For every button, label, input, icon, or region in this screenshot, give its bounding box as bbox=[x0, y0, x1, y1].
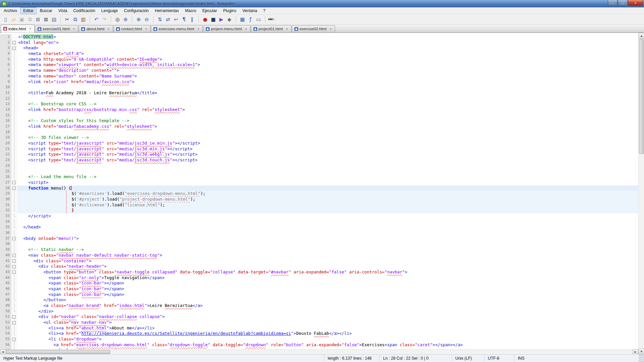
line-number[interactable]: 4 bbox=[0, 51, 11, 57]
code-text[interactable]: <span class="icon-bar"></span> bbox=[17, 280, 638, 286]
fold-collapse-icon[interactable]: - bbox=[11, 40, 17, 46]
new-file-icon[interactable]: ▯ bbox=[2, 15, 10, 23]
open-folder-icon[interactable]: ▱ bbox=[10, 15, 18, 23]
code-text[interactable] bbox=[17, 113, 638, 118]
paste-icon[interactable]: ▥ bbox=[79, 15, 87, 23]
spell-check-icon[interactable]: ABC✓ bbox=[268, 15, 276, 23]
code-text[interactable]: function menu() { bbox=[17, 186, 638, 191]
fold-minus-icon[interactable]: - bbox=[12, 47, 16, 50]
line-number[interactable]: 11 bbox=[0, 90, 11, 96]
line-number[interactable]: 38 bbox=[0, 241, 11, 247]
code-text[interactable]: <!DOCTYPE html> bbox=[17, 34, 638, 40]
line-number[interactable]: 30 bbox=[0, 197, 11, 202]
code-text[interactable]: <meta name="viewport" content="width=dev… bbox=[17, 62, 638, 68]
save-all-icon[interactable]: ⧉ bbox=[26, 15, 34, 23]
line-number[interactable]: 16 bbox=[0, 118, 11, 124]
code-text[interactable]: <span class="icon-bar"></span> bbox=[17, 292, 638, 298]
fold-collapse-icon[interactable]: - bbox=[11, 180, 17, 186]
zoom-in-icon[interactable]: ⊕ bbox=[135, 15, 143, 23]
code-text[interactable]: $('#exercises').load("exercises-dropdown… bbox=[17, 191, 638, 197]
code-text[interactable]: <title>Fab Academy 2018 - Leire Bereziar… bbox=[17, 90, 638, 96]
tab-close-icon[interactable]: ✕ bbox=[329, 27, 333, 31]
menu-buscar[interactable]: Buscar bbox=[37, 7, 55, 14]
tab-close-icon[interactable]: ✕ bbox=[285, 27, 289, 31]
cut-icon[interactable]: ✂ bbox=[63, 15, 71, 23]
line-number[interactable]: 35 bbox=[0, 224, 11, 230]
function-list-icon[interactable]: ƒ bbox=[246, 15, 255, 23]
menu-configuracin[interactable]: Configuración bbox=[121, 7, 152, 14]
tab-close-icon[interactable]: ✕ bbox=[144, 27, 148, 31]
line-number[interactable]: 8 bbox=[0, 73, 11, 79]
code-text[interactable]: <ul class="dropdown-menu"> bbox=[17, 348, 638, 350]
undo-icon[interactable]: ↶ bbox=[92, 15, 100, 23]
save-macro-icon[interactable]: ◆ bbox=[225, 15, 233, 23]
monitor-icon[interactable]: ▭ bbox=[255, 15, 263, 23]
code-text[interactable]: <link href="bootstrap/css/bootstrap.min.… bbox=[17, 107, 638, 113]
line-number[interactable]: 22 bbox=[0, 152, 11, 157]
line-number[interactable]: 3 bbox=[0, 45, 11, 51]
code-text[interactable]: <!-- 3D files viewer --> bbox=[17, 135, 638, 141]
horizontal-scroll-thumb[interactable] bbox=[6, 350, 110, 354]
code-text[interactable] bbox=[17, 169, 638, 174]
fold-minus-icon[interactable]: - bbox=[12, 259, 16, 263]
line-number[interactable]: 52 bbox=[0, 320, 11, 325]
close-all-icon[interactable]: ⊠ bbox=[42, 15, 50, 23]
tab-close-icon[interactable]: ✕ bbox=[197, 27, 200, 31]
menu-ejecutar[interactable]: Ejecutar bbox=[199, 7, 220, 14]
line-number[interactable]: 6 bbox=[0, 62, 11, 68]
fold-collapse-icon[interactable]: - bbox=[11, 186, 17, 191]
fold-collapse-icon[interactable]: - bbox=[11, 269, 17, 275]
line-number[interactable]: 13 bbox=[0, 101, 11, 107]
sync-vertical-icon[interactable]: ⇅ bbox=[156, 15, 164, 23]
line-number[interactable]: 17 bbox=[0, 124, 11, 130]
line-number[interactable]: 34 bbox=[0, 219, 11, 225]
scroll-up-icon[interactable]: ▲ bbox=[639, 33, 644, 39]
code-text[interactable]: <nav class="navbar navbar-default navbar… bbox=[17, 253, 638, 258]
horizontal-scroll-track[interactable] bbox=[6, 350, 633, 354]
line-number[interactable]: 15 bbox=[0, 113, 11, 118]
status-insert-mode[interactable]: INS bbox=[514, 355, 639, 362]
fold-minus-icon[interactable]: - bbox=[12, 270, 16, 274]
tab-about.html[interactable]: about.html✕ bbox=[79, 25, 113, 32]
line-number[interactable]: 23 bbox=[0, 157, 11, 163]
line-number[interactable]: 41 bbox=[0, 258, 11, 264]
status-encoding[interactable]: UTF-8 bbox=[484, 355, 514, 362]
fold-minus-icon[interactable]: - bbox=[12, 187, 16, 190]
line-number[interactable]: 31 bbox=[0, 202, 11, 208]
line-number[interactable]: 55 bbox=[0, 337, 11, 342]
line-number[interactable]: 46 bbox=[0, 286, 11, 292]
scroll-right-icon[interactable]: ▶ bbox=[633, 350, 638, 355]
line-number[interactable]: 40 bbox=[0, 253, 11, 258]
vertical-scroll-thumb[interactable] bbox=[639, 39, 644, 154]
horizontal-scrollbar[interactable]: ◀ ▶ bbox=[0, 349, 638, 354]
fold-minus-icon[interactable]: - bbox=[12, 237, 16, 240]
line-number[interactable]: 24 bbox=[0, 163, 11, 169]
menu-codificacin[interactable]: Codificación bbox=[70, 7, 98, 14]
code-text[interactable]: <meta name="author" content="Name Surnam… bbox=[17, 73, 638, 79]
menu-lenguaje[interactable]: Lenguaje bbox=[98, 7, 121, 14]
code-text[interactable]: </div> bbox=[17, 309, 638, 314]
tab-close-icon[interactable]: ✕ bbox=[28, 27, 32, 31]
maximize-button[interactable]: □ bbox=[618, 0, 628, 6]
code-text[interactable]: <span class="icon-bar"></span> bbox=[17, 286, 638, 292]
line-number[interactable]: 20 bbox=[0, 141, 11, 146]
line-number[interactable]: 14 bbox=[0, 107, 11, 113]
indent-guide-icon[interactable]: ∥ bbox=[188, 15, 196, 23]
tab-index.html[interactable]: index.html✕ bbox=[1, 24, 35, 33]
code-text[interactable] bbox=[17, 163, 638, 169]
tab-contact.html[interactable]: contact.html✕ bbox=[113, 25, 151, 32]
line-number[interactable]: 29 bbox=[0, 191, 11, 197]
fold-collapse-icon[interactable]: - bbox=[11, 337, 17, 342]
fold-minus-icon[interactable]: - bbox=[12, 338, 16, 341]
resize-grip[interactable] bbox=[639, 355, 644, 362]
line-number[interactable]: 21 bbox=[0, 146, 11, 152]
code-text[interactable]: <html lang="en"> bbox=[17, 40, 638, 46]
code-text[interactable]: <!-- Load the menu file --> bbox=[17, 174, 638, 180]
line-number[interactable]: 47 bbox=[0, 292, 11, 298]
line-number[interactable]: 39 bbox=[0, 247, 11, 253]
fold-minus-icon[interactable]: - bbox=[12, 315, 16, 319]
code-text[interactable]: <a class="navbar-brand" href="index.html… bbox=[17, 303, 638, 309]
tab-exercises-menu.html[interactable]: exercises-menu.html✕ bbox=[151, 25, 203, 32]
line-number[interactable]: 36 bbox=[0, 230, 11, 236]
menu-ventana[interactable]: Ventana bbox=[239, 7, 260, 14]
